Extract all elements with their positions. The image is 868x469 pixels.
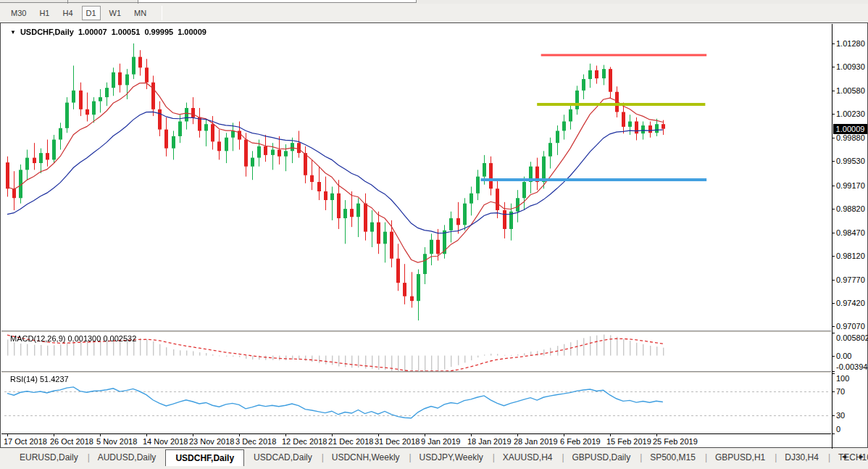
- time-axis-label: 28 Jan 2019: [514, 437, 558, 446]
- chart-symbol-label: USDCHF,Daily: [20, 28, 74, 36]
- price-axis-tick: [832, 326, 835, 327]
- macd-axis-tick: [832, 371, 835, 372]
- tf-button-d1[interactable]: D1: [82, 6, 101, 20]
- macd-axis-label: 0.005802: [836, 333, 868, 342]
- time-axis-label: 14 Nov 2018: [143, 437, 188, 446]
- symbol-tab-bar: EURUSD,Daily|AUDUSD,DailyUSDCHF,DailyUSD…: [0, 449, 868, 469]
- tab-usdcad-daily[interactable]: USDCAD,Daily: [244, 449, 322, 465]
- time-axis-label: 21 Dec 2018: [328, 437, 373, 446]
- toolbar-group-separator: [162, 6, 162, 20]
- time-axis-label: 12 Dec 2018: [282, 437, 327, 446]
- time-axis-label: 25 Feb 2019: [653, 437, 698, 446]
- price-axis-label: 0.98120: [836, 252, 865, 260]
- time-axis-label: 26 Oct 2018: [50, 437, 93, 446]
- tf-button-mn[interactable]: MN: [130, 6, 151, 20]
- price-axis-label: 1.00580: [836, 86, 865, 95]
- time-axis-tick: [425, 434, 425, 436]
- ohlc-close: 1.00009: [178, 28, 206, 36]
- price-axis-label: 0.99530: [836, 157, 865, 165]
- tf-button-h1[interactable]: H1: [35, 6, 54, 20]
- price-axis-label: 1.01280: [836, 39, 865, 48]
- time-axis-tick: [285, 434, 286, 436]
- time-axis-label: 17 Oct 2018: [4, 437, 47, 446]
- tf-button-h4[interactable]: H4: [58, 6, 77, 20]
- time-axis-label: 6 Feb 2019: [560, 437, 601, 446]
- macd-label: MACD(12,26,9) 0.001300 0.002532: [10, 334, 136, 343]
- price-axis-tick: [832, 114, 835, 115]
- time-axis-tick: [378, 434, 379, 436]
- price-axis-tick: [832, 186, 835, 186]
- tabs-scroll-left-icon[interactable]: ◄: [840, 452, 848, 460]
- time-axis-tick: [146, 434, 147, 436]
- tab-usdchf-daily[interactable]: USDCHF,Daily: [165, 449, 244, 466]
- price-axis-tick: [832, 43, 835, 44]
- macd-axis-tick: [832, 356, 835, 357]
- time-axis-tick: [7, 434, 8, 436]
- rsi-label: RSI(14) 51.4237: [10, 375, 69, 383]
- tf-button-m30[interactable]: M30: [7, 6, 30, 20]
- price-axis-label: 0.97770: [836, 275, 865, 284]
- price-axis-tick: [832, 233, 835, 233]
- tab-audusd-daily[interactable]: AUDUSD,Daily: [88, 449, 166, 465]
- price-axis-label: 0.98820: [836, 204, 865, 213]
- price-axis-label: 0.98470: [836, 228, 865, 237]
- rsi-axis-tick: [832, 373, 835, 374]
- tab-xauusd-h4[interactable]: XAUUSD,H4: [493, 449, 562, 465]
- ohlc-open: 1.00007: [78, 28, 107, 36]
- tab-sp500-m15[interactable]: SP500,M15: [640, 449, 705, 465]
- time-axis[interactable]: 17 Oct 201826 Oct 20185 Nov 201814 Nov 2…: [1, 433, 831, 449]
- chart-title: ▼ USDCHF,Daily 1.00007 1.00051 0.99995 1…: [10, 28, 206, 36]
- macd-axis-label: 0.00: [836, 352, 851, 360]
- macd-axis-label: -0.003945: [836, 362, 868, 371]
- rsi-axis-tick: [832, 415, 835, 416]
- price-axis-label: 0.99880: [836, 133, 865, 142]
- ohlc-high: 1.00051: [112, 28, 141, 36]
- price-axis-tick: [832, 280, 835, 281]
- rsi-canvas[interactable]: [1, 373, 832, 433]
- tab-eurusd-daily[interactable]: EURUSD,Daily: [10, 449, 88, 465]
- tab-gbpusd-h1[interactable]: GBPUSD,H1: [706, 449, 775, 465]
- price-axis-tick: [832, 303, 835, 304]
- tabs-scroll-right-icon[interactable]: ►: [858, 452, 865, 460]
- tab-usdjpy-weekly[interactable]: USDJPY,Weekly: [410, 449, 493, 465]
- price-axis-line: [832, 24, 832, 449]
- rsi-axis-tick: [832, 433, 835, 434]
- rsi-axis-label: 30: [836, 411, 845, 420]
- price-axis-tick: [832, 67, 835, 67]
- price-chart-canvas[interactable]: [1, 24, 832, 331]
- time-axis-tick: [100, 434, 101, 436]
- price-axis-label: 0.97420: [836, 299, 865, 307]
- ohlc-low: 0.99995: [144, 28, 173, 36]
- price-axis-label: 1.00230: [836, 109, 865, 118]
- macd-axis-tick: [832, 333, 835, 333]
- chart-collapse-icon[interactable]: ▼: [10, 29, 16, 36]
- time-axis-label: 23 Nov 2018: [189, 437, 234, 446]
- tf-button-w1[interactable]: W1: [105, 6, 126, 20]
- rsi-axis-label: 100: [836, 374, 849, 383]
- time-axis-label: 9 Jan 2019: [421, 437, 460, 446]
- toolbar-segment: [0, 0, 138, 3]
- time-axis-label: 18 Jan 2019: [467, 437, 512, 446]
- time-axis-tick: [193, 434, 193, 436]
- tab-usdcnh-weekly[interactable]: USDCNH,Weekly: [322, 449, 409, 465]
- price-axis-tick: [832, 209, 835, 209]
- tab-dj30-h4[interactable]: DJ30,H4: [775, 449, 828, 465]
- chart-window: ▼ USDCHF,Daily 1.00007 1.00051 0.99995 1…: [0, 22, 868, 448]
- tab-gbpusd-daily[interactable]: GBPUSD,Daily: [563, 449, 640, 465]
- mt4-window: M30H1H4D1W1MN ▼ USDCHF,Daily 1.00007 1.0…: [0, 0, 868, 469]
- time-axis-label: 5 Nov 2018: [96, 437, 137, 446]
- price-axis-tick: [832, 138, 835, 138]
- time-axis-label: 15 Feb 2019: [606, 437, 651, 446]
- time-axis-tick: [564, 434, 564, 436]
- price-axis-tick: [832, 256, 835, 257]
- time-axis-tick: [54, 434, 54, 436]
- rsi-axis-label: 0: [836, 425, 840, 433]
- toolbar-segment: [138, 0, 417, 3]
- time-axis-tick: [610, 434, 611, 436]
- price-axis-label: 1.00930: [836, 62, 865, 71]
- current-price-box: 1.00009: [833, 124, 867, 134]
- time-axis-label: 3 Dec 2018: [235, 437, 276, 446]
- timeframe-toolbar: M30H1H4D1W1MN: [0, 4, 868, 22]
- price-axis-label: 0.97070: [836, 322, 865, 331]
- time-axis-tick: [332, 434, 333, 436]
